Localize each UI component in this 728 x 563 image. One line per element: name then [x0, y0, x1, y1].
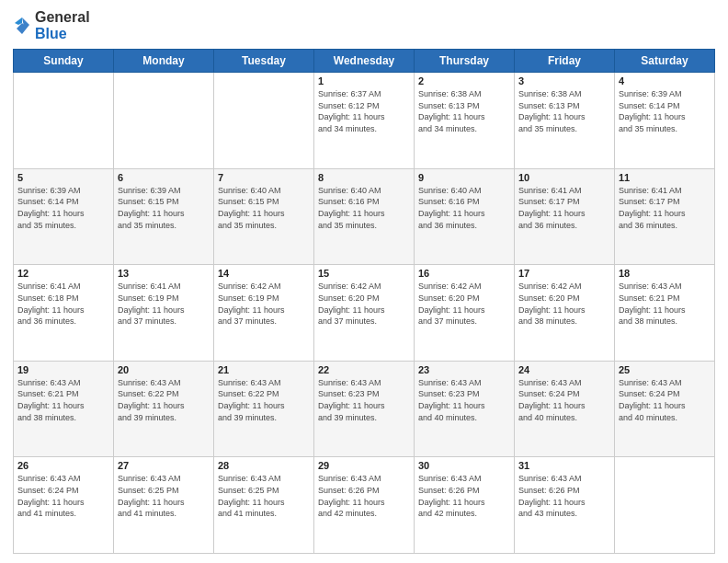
- col-saturday: Saturday: [615, 50, 715, 73]
- table-row: 31Sunrise: 6:43 AM Sunset: 6:26 PM Dayli…: [515, 457, 615, 554]
- day-info: Sunrise: 6:38 AM Sunset: 6:13 PM Dayligh…: [518, 88, 610, 134]
- table-row: 23Sunrise: 6:43 AM Sunset: 6:23 PM Dayli…: [415, 361, 515, 457]
- table-row: 9Sunrise: 6:40 AM Sunset: 6:16 PM Daylig…: [415, 168, 515, 265]
- table-row: 11Sunrise: 6:41 AM Sunset: 6:17 PM Dayli…: [615, 168, 715, 265]
- table-row: 13Sunrise: 6:41 AM Sunset: 6:19 PM Dayli…: [114, 265, 214, 362]
- table-row: 1Sunrise: 6:37 AM Sunset: 6:12 PM Daylig…: [314, 73, 415, 169]
- day-info: Sunrise: 6:41 AM Sunset: 6:17 PM Dayligh…: [518, 185, 610, 231]
- day-info: Sunrise: 6:43 AM Sunset: 6:21 PM Dayligh…: [619, 281, 711, 327]
- day-number: 22: [318, 364, 410, 375]
- day-info: Sunrise: 6:43 AM Sunset: 6:22 PM Dayligh…: [218, 377, 310, 423]
- day-number: 16: [418, 268, 510, 279]
- calendar-header-row: Sunday Monday Tuesday Wednesday Thursday…: [14, 50, 715, 73]
- day-number: 4: [619, 75, 711, 86]
- day-info: Sunrise: 6:43 AM Sunset: 6:21 PM Dayligh…: [17, 377, 109, 423]
- svg-marker-0: [17, 17, 29, 34]
- day-info: Sunrise: 6:40 AM Sunset: 6:15 PM Dayligh…: [218, 185, 310, 231]
- table-row: 16Sunrise: 6:42 AM Sunset: 6:20 PM Dayli…: [415, 265, 515, 362]
- day-info: Sunrise: 6:43 AM Sunset: 6:22 PM Dayligh…: [118, 377, 210, 423]
- table-row: 3Sunrise: 6:38 AM Sunset: 6:13 PM Daylig…: [515, 73, 615, 169]
- day-info: Sunrise: 6:40 AM Sunset: 6:16 PM Dayligh…: [318, 185, 410, 231]
- day-number: 15: [318, 268, 410, 279]
- day-info: Sunrise: 6:42 AM Sunset: 6:19 PM Dayligh…: [218, 281, 310, 327]
- day-info: Sunrise: 6:41 AM Sunset: 6:17 PM Dayligh…: [619, 185, 711, 231]
- day-number: 17: [518, 268, 610, 279]
- svg-marker-1: [15, 17, 22, 25]
- table-row: [615, 457, 715, 554]
- table-row: 21Sunrise: 6:43 AM Sunset: 6:22 PM Dayli…: [214, 361, 314, 457]
- col-wednesday: Wednesday: [314, 50, 415, 73]
- day-info: Sunrise: 6:43 AM Sunset: 6:25 PM Dayligh…: [118, 473, 210, 519]
- day-info: Sunrise: 6:41 AM Sunset: 6:18 PM Dayligh…: [17, 281, 109, 327]
- calendar-week-row: 1Sunrise: 6:37 AM Sunset: 6:12 PM Daylig…: [14, 73, 715, 169]
- day-number: 28: [218, 460, 310, 471]
- day-info: Sunrise: 6:43 AM Sunset: 6:26 PM Dayligh…: [318, 473, 410, 519]
- day-info: Sunrise: 6:43 AM Sunset: 6:26 PM Dayligh…: [518, 473, 610, 519]
- day-number: 19: [17, 364, 109, 375]
- day-number: 27: [118, 460, 210, 471]
- page: General Blue Sunday Monday Tuesday Wedne…: [0, 0, 728, 563]
- table-row: 7Sunrise: 6:40 AM Sunset: 6:15 PM Daylig…: [214, 168, 314, 265]
- table-row: 30Sunrise: 6:43 AM Sunset: 6:26 PM Dayli…: [415, 457, 515, 554]
- day-info: Sunrise: 6:37 AM Sunset: 6:12 PM Dayligh…: [318, 88, 410, 134]
- day-number: 5: [17, 172, 109, 183]
- table-row: [214, 73, 314, 169]
- day-number: 10: [518, 172, 610, 183]
- col-friday: Friday: [515, 50, 615, 73]
- day-number: 29: [318, 460, 410, 471]
- day-number: 18: [619, 268, 711, 279]
- table-row: 5Sunrise: 6:39 AM Sunset: 6:14 PM Daylig…: [14, 168, 114, 265]
- table-row: [114, 73, 214, 169]
- day-number: 1: [318, 75, 410, 86]
- day-number: 13: [118, 268, 210, 279]
- table-row: 26Sunrise: 6:43 AM Sunset: 6:24 PM Dayli…: [14, 457, 114, 554]
- day-info: Sunrise: 6:43 AM Sunset: 6:25 PM Dayligh…: [218, 473, 310, 519]
- day-number: 30: [418, 460, 510, 471]
- table-row: 25Sunrise: 6:43 AM Sunset: 6:24 PM Dayli…: [615, 361, 715, 457]
- calendar-week-row: 12Sunrise: 6:41 AM Sunset: 6:18 PM Dayli…: [14, 265, 715, 362]
- table-row: 17Sunrise: 6:42 AM Sunset: 6:20 PM Dayli…: [515, 265, 615, 362]
- header: General Blue: [13, 9, 715, 41]
- table-row: [14, 73, 114, 169]
- table-row: 15Sunrise: 6:42 AM Sunset: 6:20 PM Dayli…: [314, 265, 415, 362]
- logo: General Blue: [13, 9, 90, 41]
- table-row: 20Sunrise: 6:43 AM Sunset: 6:22 PM Dayli…: [114, 361, 214, 457]
- calendar-table: Sunday Monday Tuesday Wednesday Thursday…: [13, 49, 715, 554]
- day-number: 21: [218, 364, 310, 375]
- day-info: Sunrise: 6:39 AM Sunset: 6:14 PM Dayligh…: [619, 88, 711, 134]
- logo-icon: [13, 16, 31, 36]
- col-tuesday: Tuesday: [214, 50, 314, 73]
- table-row: 22Sunrise: 6:43 AM Sunset: 6:23 PM Dayli…: [314, 361, 415, 457]
- col-thursday: Thursday: [415, 50, 515, 73]
- day-info: Sunrise: 6:43 AM Sunset: 6:23 PM Dayligh…: [318, 377, 410, 423]
- day-number: 6: [118, 172, 210, 183]
- table-row: 8Sunrise: 6:40 AM Sunset: 6:16 PM Daylig…: [314, 168, 415, 265]
- day-number: 2: [418, 75, 510, 86]
- calendar-week-row: 26Sunrise: 6:43 AM Sunset: 6:24 PM Dayli…: [14, 457, 715, 554]
- table-row: 4Sunrise: 6:39 AM Sunset: 6:14 PM Daylig…: [615, 73, 715, 169]
- table-row: 19Sunrise: 6:43 AM Sunset: 6:21 PM Dayli…: [14, 361, 114, 457]
- table-row: 12Sunrise: 6:41 AM Sunset: 6:18 PM Dayli…: [14, 265, 114, 362]
- day-info: Sunrise: 6:43 AM Sunset: 6:23 PM Dayligh…: [418, 377, 510, 423]
- day-info: Sunrise: 6:43 AM Sunset: 6:24 PM Dayligh…: [619, 377, 711, 423]
- day-info: Sunrise: 6:40 AM Sunset: 6:16 PM Dayligh…: [418, 185, 510, 231]
- day-info: Sunrise: 6:39 AM Sunset: 6:14 PM Dayligh…: [17, 185, 109, 231]
- day-info: Sunrise: 6:42 AM Sunset: 6:20 PM Dayligh…: [318, 281, 410, 327]
- day-info: Sunrise: 6:43 AM Sunset: 6:24 PM Dayligh…: [518, 377, 610, 423]
- table-row: 29Sunrise: 6:43 AM Sunset: 6:26 PM Dayli…: [314, 457, 415, 554]
- day-number: 8: [318, 172, 410, 183]
- col-sunday: Sunday: [14, 50, 114, 73]
- table-row: 14Sunrise: 6:42 AM Sunset: 6:19 PM Dayli…: [214, 265, 314, 362]
- day-number: 7: [218, 172, 310, 183]
- day-number: 31: [518, 460, 610, 471]
- calendar-week-row: 5Sunrise: 6:39 AM Sunset: 6:14 PM Daylig…: [14, 168, 715, 265]
- day-number: 23: [418, 364, 510, 375]
- table-row: 10Sunrise: 6:41 AM Sunset: 6:17 PM Dayli…: [515, 168, 615, 265]
- table-row: 18Sunrise: 6:43 AM Sunset: 6:21 PM Dayli…: [615, 265, 715, 362]
- table-row: 27Sunrise: 6:43 AM Sunset: 6:25 PM Dayli…: [114, 457, 214, 554]
- day-info: Sunrise: 6:39 AM Sunset: 6:15 PM Dayligh…: [118, 185, 210, 231]
- day-number: 26: [17, 460, 109, 471]
- logo-blue: Blue: [35, 26, 90, 42]
- day-number: 14: [218, 268, 310, 279]
- logo-general: General: [35, 9, 90, 26]
